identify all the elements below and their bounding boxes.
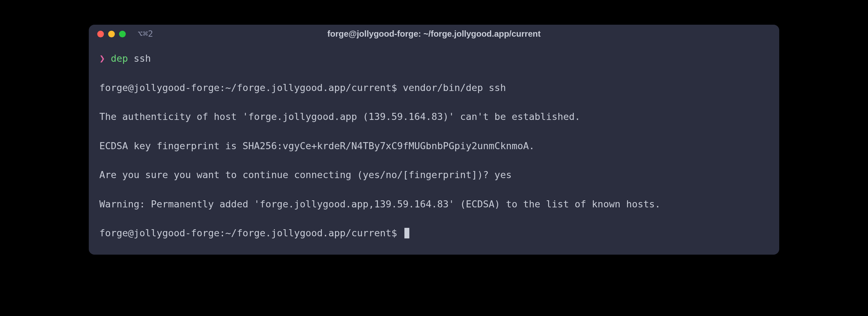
minimize-icon[interactable] [108, 31, 115, 37]
output-line: forge@jollygood-forge:~/forge.jollygood.… [99, 81, 769, 95]
output-line: The authenticity of host 'forge.jollygoo… [99, 110, 769, 124]
title-bar: ⌥⌘2 forge@jollygood-forge: ~/forge.jolly… [89, 25, 779, 43]
maximize-icon[interactable] [119, 31, 126, 37]
terminal-window: ⌥⌘2 forge@jollygood-forge: ~/forge.jolly… [89, 25, 779, 255]
output-line: ECDSA key fingerprint is SHA256:vgyCe+kr… [99, 139, 769, 153]
prompt-line-active: forge@jollygood-forge:~/forge.jollygood.… [99, 226, 769, 241]
output-line: Warning: Permanently added 'forge.jollyg… [99, 197, 769, 212]
tab-indicator: ⌥⌘2 [138, 29, 153, 39]
output-line: Are you sure you want to continue connec… [99, 168, 769, 182]
prompt-line: ❯ dep ssh [99, 51, 769, 66]
command-name: dep [111, 53, 128, 64]
prompt-arrow: ❯ [99, 53, 105, 64]
shell-prompt: forge@jollygood-forge:~/forge.jollygood.… [99, 227, 403, 238]
command-arg: ssh [134, 53, 151, 64]
close-icon[interactable] [97, 31, 104, 37]
terminal-body[interactable]: ❯ dep ssh forge@jollygood-forge:~/forge.… [89, 43, 779, 255]
window-title: forge@jollygood-forge: ~/forge.jollygood… [327, 29, 540, 39]
cursor-icon [404, 228, 409, 238]
window-controls [97, 31, 126, 37]
